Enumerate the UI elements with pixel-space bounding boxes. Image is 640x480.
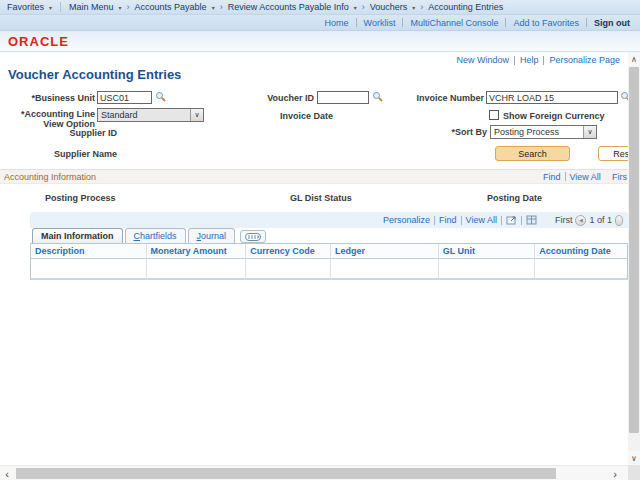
favorites-menu[interactable]: Favorites ▾ (7, 2, 52, 12)
horizontal-scrollbar-thumb[interactable] (16, 468, 556, 479)
invoice-number-lookup-icon[interactable] (620, 91, 628, 102)
tab-label: hartfields (140, 231, 177, 241)
breadcrumb-accounts-payable[interactable]: Accounts Payable ▾ (135, 2, 215, 12)
grid-find-link[interactable]: Find (439, 215, 457, 225)
view-all-link[interactable]: View All (570, 172, 601, 182)
column-header-gl-unit[interactable]: GL Unit (439, 244, 536, 259)
scroll-up-icon[interactable]: ∧ (628, 52, 640, 66)
chevron-down-icon: ▾ (212, 4, 215, 11)
main-menu[interactable]: Main Menu ▾ (69, 2, 122, 12)
scroll-down-icon[interactable]: ∨ (628, 451, 640, 465)
cell-accounting-date (535, 259, 627, 278)
invoice-number-input[interactable]: VCHR LOAD 15 (486, 91, 618, 104)
find-link[interactable]: Find (543, 172, 561, 182)
main-content: New Window Help Personalize Page Voucher… (0, 52, 628, 465)
breadcrumb-vouchers[interactable]: Vouchers ▾ (370, 2, 416, 12)
voucher-id-input[interactable] (317, 91, 369, 104)
column-header-description[interactable]: Description (31, 244, 147, 259)
accounting-information-header: Accounting Information Find View All Fir… (0, 169, 628, 184)
accounting-line-view-option-select[interactable]: Standard ∨ (97, 108, 204, 122)
grid-header-row: Description Monetary Amount Currency Cod… (31, 244, 627, 259)
grid-pagination: First ◀ 1 of 1 (555, 215, 626, 226)
divider (514, 56, 515, 65)
scroll-left-icon[interactable]: ‹ (0, 466, 14, 480)
grid-view-all-link[interactable]: View All (466, 215, 497, 225)
divider (501, 216, 502, 225)
tab-journal[interactable]: Journal (188, 228, 236, 243)
first-label[interactable]: First (555, 215, 573, 225)
vertical-scrollbar[interactable]: ∧ ∨ (628, 52, 640, 465)
worklist-link[interactable]: Worklist (364, 18, 396, 28)
chevron-down-icon: ∨ (583, 126, 596, 138)
scrollbar-corner (628, 465, 640, 480)
divider (60, 2, 61, 12)
cell-ledger (331, 259, 439, 278)
crumb-label: Accounting Entries (428, 2, 503, 12)
accounting-information-title: Accounting Information (0, 172, 96, 182)
breadcrumb-separator-icon: › (362, 2, 365, 12)
help-link[interactable]: Help (520, 55, 539, 65)
sign-out-link[interactable]: Sign out (594, 18, 630, 28)
select-value: Posting Process (491, 126, 583, 138)
breadcrumb-separator-icon: › (127, 2, 130, 12)
main-menu-label: Main Menu (69, 2, 114, 12)
search-button[interactable]: Search (495, 146, 570, 161)
download-grid-icon[interactable] (526, 215, 537, 225)
column-header-currency-code[interactable]: Currency Code (246, 244, 331, 259)
chevron-down-icon: ▾ (412, 4, 415, 11)
breadcrumb-accounting-entries[interactable]: Accounting Entries (428, 2, 503, 12)
table-row (31, 259, 627, 278)
gl-dist-status-label: GL Dist Status (290, 193, 352, 203)
previous-row-icon[interactable]: ◀ (575, 215, 586, 226)
show-foreign-currency-checkbox[interactable] (489, 110, 499, 120)
add-to-favorites-link[interactable]: Add to Favorites (513, 18, 579, 28)
sort-by-label: *Sort By (400, 127, 487, 137)
personalize-link[interactable]: Personalize (383, 215, 430, 225)
new-window-link[interactable]: New Window (456, 55, 509, 65)
personalize-page-link[interactable]: Personalize Page (549, 55, 620, 65)
divider (543, 56, 544, 65)
reset-button[interactable]: Reset (598, 146, 628, 161)
cell-gl-unit (439, 259, 536, 278)
oracle-logo: ORACLE (8, 34, 69, 49)
scroll-right-icon[interactable]: › (608, 466, 622, 480)
show-all-columns-icon[interactable] (240, 230, 266, 243)
select-value: Standard (98, 109, 190, 121)
show-foreign-currency-label: Show Foreign Currency (503, 111, 623, 121)
divider (521, 216, 522, 225)
posting-date-label: Posting Date (487, 193, 542, 203)
home-link[interactable]: Home (325, 18, 349, 28)
column-header-monetary-amount[interactable]: Monetary Amount (147, 244, 247, 259)
business-unit-input[interactable]: USC01 (97, 91, 152, 104)
vertical-scrollbar-thumb[interactable] (629, 67, 639, 433)
tab-label: ournal (201, 231, 226, 241)
first-link-clipped[interactable]: Firs (612, 172, 627, 182)
divider (505, 18, 506, 27)
accounting-entries-grid: Description Monetary Amount Currency Cod… (30, 243, 628, 280)
horizontal-scrollbar[interactable]: ‹ › (0, 465, 628, 480)
zoom-popup-icon[interactable] (506, 215, 517, 225)
posting-process-label: Posting Process (45, 193, 116, 203)
sort-by-select[interactable]: Posting Process ∨ (490, 125, 597, 139)
grid-tabs: Main Information Chartfields Journal (32, 228, 266, 243)
divider (434, 216, 435, 225)
next-row-icon[interactable] (615, 215, 623, 226)
voucher-id-lookup-icon[interactable] (372, 91, 383, 102)
column-header-ledger[interactable]: Ledger (331, 244, 439, 259)
chevron-down-icon: ∨ (190, 109, 203, 121)
chevron-down-icon: ▾ (119, 4, 122, 11)
chevron-down-icon: ▾ (49, 4, 52, 11)
logo-bar: ORACLE (0, 31, 640, 52)
column-header-accounting-date[interactable]: Accounting Date (535, 244, 627, 259)
tab-main-information[interactable]: Main Information (32, 228, 123, 243)
crumb-label: Accounts Payable (135, 2, 207, 12)
breadcrumb: Favorites ▾ Main Menu ▾ › Accounts Payab… (0, 0, 640, 15)
tab-chartfields[interactable]: Chartfields (125, 228, 186, 243)
breadcrumb-review-ap-info[interactable]: Review Accounts Payable Info ▾ (228, 2, 357, 12)
invoice-number-label: Invoice Number (388, 93, 484, 103)
multichannel-console-link[interactable]: MultiChannel Console (410, 18, 498, 28)
business-unit-lookup-icon[interactable] (155, 91, 166, 102)
divider (461, 216, 462, 225)
business-unit-label: *Business Unit (0, 93, 95, 103)
favorites-label: Favorites (7, 2, 44, 12)
